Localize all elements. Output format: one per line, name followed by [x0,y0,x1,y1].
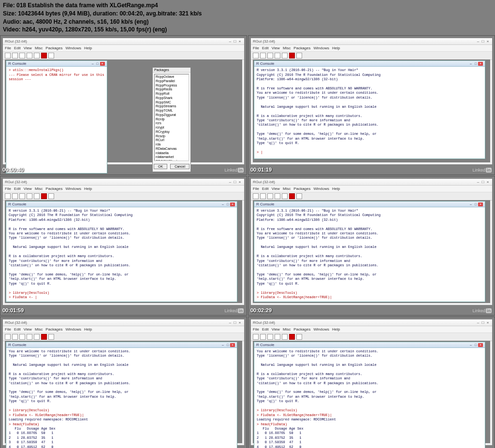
package-list-item[interactable]: rcrs [156,121,188,126]
console-title: R Console [8,61,26,66]
timestamp: 00:00:40 [2,167,24,173]
window-title: RGui (32-bit) [5,320,27,325]
toolbar[interactable] [251,333,492,341]
r-console-window: R Console–□× You are welcome to redistri… [6,342,237,448]
size-line: Size: 10423644 bytes (9,94 MiB), duratio… [3,10,492,18]
rgui-window: RGui (32-bit)–□× FileEditViewMiscPackage… [2,178,245,305]
package-list-item[interactable]: RcppStreams [156,104,188,109]
toolbar[interactable] [251,52,492,60]
menu-bar[interactable]: File Edit View Misc Packages Windows Hel… [3,45,244,52]
linkedin-watermark: Linkedin [472,168,492,173]
toolbar-help-icon[interactable] [48,53,54,58]
packages-dialog[interactable]: Packages RcppOctaveRcppParallelRcppProgr… [152,67,191,172]
close-icon: × [237,39,242,43]
cancel-button[interactable]: Cancel [170,164,189,169]
package-list-item[interactable]: Rcsdp [156,134,188,139]
menu-view[interactable]: View [24,46,32,50]
file-info-header: File: 018 Establish the data frame with … [0,0,495,35]
window-buttons[interactable]: –□× [476,39,490,43]
menu-misc[interactable]: Misc [35,46,43,50]
package-list-item[interactable]: RDCOMClient [156,159,188,161]
package-list-item[interactable]: RcppTOML [156,109,188,113]
thumbnail-3: RGui (32-bit)–□× FileEditViewMiscPackage… [0,176,247,316]
rgui-window: RGui (32-bit)–□× FileEditViewMiscPackage… [2,319,245,446]
package-list-item[interactable]: rda [156,143,188,147]
menu-help[interactable]: Help [84,46,92,50]
console-output[interactable]: You are welcome to redistribute it under… [6,348,237,448]
package-list-item[interactable]: RcppParallel [156,79,188,84]
toolbar-paste-icon[interactable] [27,53,32,58]
thumbnail-5: RGui (32-bit)–□× FileEditViewMiscPackage… [0,317,247,448]
window-title: RGui (32-bit) [253,180,275,184]
package-list-item[interactable]: RcppRoll [156,92,188,96]
toolbar-save-icon[interactable] [12,53,18,58]
menu-packages[interactable]: Packages [45,46,62,50]
r-console-window: R Console–□× You are welcome to redistri… [254,342,485,448]
r-console-window: R Console–□× R version 3.3.1 (2016-06-21… [6,201,237,302]
thumbnail-6: RGui (32-bit)–□× FileEditViewMiscPackage… [248,317,495,448]
package-list-item[interactable]: Rcrdp [156,117,188,122]
toolbar-copy-icon[interactable] [19,53,25,58]
toolbar[interactable] [3,333,244,341]
package-list-item[interactable]: RCryptsy [156,130,188,134]
package-list-item[interactable]: RcppSMC [156,101,188,105]
linkedin-watermark: Linkedin [224,308,244,313]
console-output[interactable]: R version 3.3.1 (2016-06-21) -- "Bug in … [254,67,485,159]
window-title: RGui (32-bit) [253,39,275,43]
menu-bar[interactable]: FileEditViewMiscPackagesWindowsHelp [3,186,244,192]
video-line: Video: h264, yuv420p, 1280x720, 155 kb/s… [3,26,492,34]
package-list-item[interactable]: RDataCanvas [156,147,188,151]
package-list-item[interactable]: RcppZiggurat [156,113,188,117]
toolbar-open-icon[interactable] [5,53,11,58]
audio-line: Audio: aac, 48000 Hz, 2 channels, s16, 1… [3,18,492,26]
package-list-item[interactable]: rdatamarket [156,155,188,159]
thumbnail-4: RGui (32-bit)–□× FileEditViewMiscPackage… [248,176,495,316]
minimize-icon: – [228,39,233,43]
window-buttons[interactable]: –□× [228,39,242,43]
linkedin-watermark: Linkedin [472,308,492,313]
thumbnail-2: RGui (32-bit)–□× FileEditViewMiscPackage… [248,35,495,175]
rgui-window: RGui (32-bit)–□× FileEditViewMiscPackage… [250,319,493,446]
window-title: RGui (32-bit) [5,180,27,184]
menu-bar[interactable]: FileEditViewMiscPackagesWindowsHelp [251,186,492,192]
menu-windows[interactable]: Windows [65,46,81,50]
timestamp: 00:01:19 [250,167,272,173]
linkedin-watermark: Linkedin [224,168,244,173]
package-list-item[interactable]: RcppRedis [156,87,188,92]
console-output[interactable]: > utils:::menuInstallPkgs() --- Please s… [6,67,107,173]
package-list-item[interactable]: RcppOctave [156,75,188,79]
package-list-item[interactable]: RcppProgress [156,84,188,88]
toolbar[interactable] [251,192,492,201]
toolbar[interactable] [3,52,244,60]
console-output[interactable]: R version 3.3.1 (2016-06-21) -- "Bug in … [254,207,485,302]
console-title: R Console [256,61,274,66]
menu-edit[interactable]: Edit [14,46,21,50]
ok-button[interactable]: OK [154,164,167,169]
timestamp: 00:02:29 [250,307,272,313]
thumbnail-1: RGui (32-bit) –□× File Edit View Misc Pa… [0,35,247,175]
packages-dialog-title: Packages [153,68,190,72]
window-titlebar: RGui (32-bit) –□× [3,38,244,45]
toolbar-stop-icon[interactable] [41,53,47,58]
r-console-window: R Console–□× R version 3.3.1 (2016-06-21… [254,60,485,159]
toolbar[interactable] [3,192,244,201]
rgui-window: RGui (32-bit) –□× File Edit View Misc Pa… [2,38,245,165]
window-title: RGui (32-bit) [5,39,27,43]
menu-bar[interactable]: FileEditViewMiscPackagesWindowsHelp [251,326,492,333]
toolbar-print-icon[interactable] [34,53,40,58]
menu-file[interactable]: File [5,46,11,50]
package-list-item[interactable]: RCurl [156,138,188,143]
console-output[interactable]: You are welcome to redistribute it under… [254,348,485,448]
package-list-item[interactable]: rcrypt [156,126,188,130]
rgui-window: RGui (32-bit)–□× FileEditViewMiscPackage… [250,38,493,165]
console-output[interactable]: R version 3.3.1 (2016-06-21) -- "Bug in … [6,207,237,302]
maximize-icon: □ [233,39,237,43]
file-line: File: 018 Establish the data frame with … [3,1,492,10]
packages-listbox[interactable]: RcppOctaveRcppParallelRcppProgressRcppRe… [154,74,189,161]
menu-bar[interactable]: FileEditViewMiscPackagesWindowsHelp [251,45,492,52]
package-list-item[interactable]: rdataella [156,151,188,156]
r-console-window: R Console–□× R version 3.3.1 (2016-06-21… [254,201,485,302]
r-console-window: R Console–□× > utils:::menuInstallPkgs()… [6,60,107,173]
menu-bar[interactable]: FileEditViewMiscPackagesWindowsHelp [3,326,244,333]
package-list-item[interactable]: RcppShark [156,96,188,101]
